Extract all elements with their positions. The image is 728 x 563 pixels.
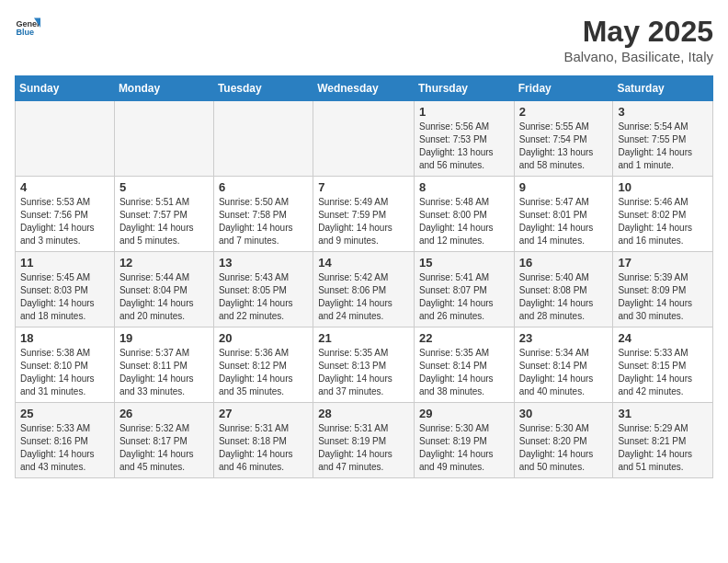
day-info: Sunrise: 5:56 AM Sunset: 7:53 PM Dayligh…	[419, 121, 509, 172]
day-info: Sunrise: 5:35 AM Sunset: 8:13 PM Dayligh…	[318, 347, 409, 398]
logo-icon: General Blue	[15, 15, 40, 40]
day-number: 3	[618, 105, 708, 119]
day-info: Sunrise: 5:46 AM Sunset: 8:02 PM Dayligh…	[618, 196, 708, 247]
table-row: 26Sunrise: 5:32 AM Sunset: 8:17 PM Dayli…	[114, 403, 213, 478]
day-number: 5	[119, 180, 209, 194]
day-info: Sunrise: 5:50 AM Sunset: 7:58 PM Dayligh…	[219, 196, 308, 247]
table-row: 11Sunrise: 5:45 AM Sunset: 8:03 PM Dayli…	[16, 252, 115, 327]
table-row: 8Sunrise: 5:48 AM Sunset: 8:00 PM Daylig…	[414, 177, 514, 252]
day-info: Sunrise: 5:33 AM Sunset: 8:15 PM Dayligh…	[618, 347, 708, 398]
table-row: 25Sunrise: 5:33 AM Sunset: 8:16 PM Dayli…	[16, 403, 115, 478]
table-row: 4Sunrise: 5:53 AM Sunset: 7:56 PM Daylig…	[16, 177, 115, 252]
day-number: 30	[519, 407, 609, 420]
page-header: General Blue May 2025 Balvano, Basilicat…	[15, 15, 713, 64]
day-number: 28	[318, 407, 409, 420]
weekday-header-row: Sunday Monday Tuesday Wednesday Thursday…	[16, 76, 713, 101]
day-info: Sunrise: 5:43 AM Sunset: 8:05 PM Dayligh…	[219, 271, 308, 323]
day-number: 18	[20, 331, 109, 345]
day-number: 17	[618, 256, 708, 270]
svg-text:Blue: Blue	[16, 28, 34, 37]
table-row: 21Sunrise: 5:35 AM Sunset: 8:13 PM Dayli…	[313, 327, 415, 403]
table-row: 10Sunrise: 5:46 AM Sunset: 8:02 PM Dayli…	[613, 177, 713, 252]
table-row: 15Sunrise: 5:41 AM Sunset: 8:07 PM Dayli…	[414, 252, 514, 327]
day-info: Sunrise: 5:29 AM Sunset: 8:21 PM Dayligh…	[618, 422, 708, 474]
table-row: 16Sunrise: 5:40 AM Sunset: 8:08 PM Dayli…	[514, 252, 613, 327]
day-info: Sunrise: 5:33 AM Sunset: 8:16 PM Dayligh…	[20, 422, 109, 474]
table-row: 14Sunrise: 5:42 AM Sunset: 8:06 PM Dayli…	[313, 252, 415, 327]
day-info: Sunrise: 5:35 AM Sunset: 8:14 PM Dayligh…	[419, 347, 509, 398]
table-row: 18Sunrise: 5:38 AM Sunset: 8:10 PM Dayli…	[16, 327, 115, 403]
day-number: 4	[20, 180, 109, 194]
day-info: Sunrise: 5:55 AM Sunset: 7:54 PM Dayligh…	[519, 121, 609, 172]
day-info: Sunrise: 5:30 AM Sunset: 8:19 PM Dayligh…	[419, 422, 509, 474]
day-info: Sunrise: 5:38 AM Sunset: 8:10 PM Dayligh…	[20, 347, 109, 398]
header-saturday: Saturday	[613, 76, 713, 101]
day-number: 20	[219, 331, 308, 345]
day-info: Sunrise: 5:45 AM Sunset: 8:03 PM Dayligh…	[20, 271, 109, 323]
calendar-table: Sunday Monday Tuesday Wednesday Thursday…	[15, 75, 713, 478]
table-row: 28Sunrise: 5:31 AM Sunset: 8:19 PM Dayli…	[313, 403, 415, 478]
table-row: 29Sunrise: 5:30 AM Sunset: 8:19 PM Dayli…	[414, 403, 514, 478]
day-info: Sunrise: 5:32 AM Sunset: 8:17 PM Dayligh…	[119, 422, 209, 474]
header-thursday: Thursday	[414, 76, 514, 101]
day-number: 25	[20, 407, 109, 420]
day-number: 27	[219, 407, 308, 420]
day-info: Sunrise: 5:39 AM Sunset: 8:09 PM Dayligh…	[618, 271, 708, 323]
table-row	[114, 101, 213, 177]
day-number: 31	[618, 407, 708, 420]
table-row	[313, 101, 415, 177]
calendar-subtitle: Balvano, Basilicate, Italy	[563, 49, 713, 64]
title-block: May 2025 Balvano, Basilicate, Italy	[563, 15, 713, 64]
day-info: Sunrise: 5:49 AM Sunset: 7:59 PM Dayligh…	[318, 196, 409, 247]
day-number: 2	[519, 105, 609, 119]
table-row: 6Sunrise: 5:50 AM Sunset: 7:58 PM Daylig…	[213, 177, 313, 252]
day-number: 1	[419, 105, 509, 119]
table-row: 31Sunrise: 5:29 AM Sunset: 8:21 PM Dayli…	[613, 403, 713, 478]
day-info: Sunrise: 5:53 AM Sunset: 7:56 PM Dayligh…	[20, 196, 109, 247]
calendar-week-row: 11Sunrise: 5:45 AM Sunset: 8:03 PM Dayli…	[16, 252, 713, 327]
day-info: Sunrise: 5:48 AM Sunset: 8:00 PM Dayligh…	[419, 196, 509, 247]
table-row: 24Sunrise: 5:33 AM Sunset: 8:15 PM Dayli…	[613, 327, 713, 403]
table-row: 27Sunrise: 5:31 AM Sunset: 8:18 PM Dayli…	[213, 403, 313, 478]
day-number: 19	[119, 331, 209, 345]
day-info: Sunrise: 5:42 AM Sunset: 8:06 PM Dayligh…	[318, 271, 409, 323]
day-number: 23	[519, 331, 609, 345]
header-monday: Monday	[114, 76, 213, 101]
day-info: Sunrise: 5:34 AM Sunset: 8:14 PM Dayligh…	[519, 347, 609, 398]
day-number: 6	[219, 180, 308, 194]
table-row: 23Sunrise: 5:34 AM Sunset: 8:14 PM Dayli…	[514, 327, 613, 403]
day-info: Sunrise: 5:36 AM Sunset: 8:12 PM Dayligh…	[219, 347, 308, 398]
table-row: 2Sunrise: 5:55 AM Sunset: 7:54 PM Daylig…	[514, 101, 613, 177]
day-info: Sunrise: 5:31 AM Sunset: 8:18 PM Dayligh…	[219, 422, 308, 474]
day-info: Sunrise: 5:47 AM Sunset: 8:01 PM Dayligh…	[519, 196, 609, 247]
table-row	[16, 101, 115, 177]
day-number: 12	[119, 256, 209, 270]
logo: General Blue	[15, 15, 40, 40]
header-friday: Friday	[514, 76, 613, 101]
table-row: 19Sunrise: 5:37 AM Sunset: 8:11 PM Dayli…	[114, 327, 213, 403]
day-number: 10	[618, 180, 708, 194]
table-row: 9Sunrise: 5:47 AM Sunset: 8:01 PM Daylig…	[514, 177, 613, 252]
header-wednesday: Wednesday	[313, 76, 415, 101]
calendar-week-row: 4Sunrise: 5:53 AM Sunset: 7:56 PM Daylig…	[16, 177, 713, 252]
day-number: 11	[20, 256, 109, 270]
day-info: Sunrise: 5:37 AM Sunset: 8:11 PM Dayligh…	[119, 347, 209, 398]
table-row: 1Sunrise: 5:56 AM Sunset: 7:53 PM Daylig…	[414, 101, 514, 177]
table-row: 30Sunrise: 5:30 AM Sunset: 8:20 PM Dayli…	[514, 403, 613, 478]
day-info: Sunrise: 5:51 AM Sunset: 7:57 PM Dayligh…	[119, 196, 209, 247]
day-number: 26	[119, 407, 209, 420]
day-number: 21	[318, 331, 409, 345]
table-row: 12Sunrise: 5:44 AM Sunset: 8:04 PM Dayli…	[114, 252, 213, 327]
calendar-title: May 2025	[563, 15, 713, 49]
day-number: 8	[419, 180, 509, 194]
table-row: 3Sunrise: 5:54 AM Sunset: 7:55 PM Daylig…	[613, 101, 713, 177]
day-info: Sunrise: 5:54 AM Sunset: 7:55 PM Dayligh…	[618, 121, 708, 172]
table-row: 7Sunrise: 5:49 AM Sunset: 7:59 PM Daylig…	[313, 177, 415, 252]
day-number: 15	[419, 256, 509, 270]
table-row: 5Sunrise: 5:51 AM Sunset: 7:57 PM Daylig…	[114, 177, 213, 252]
header-sunday: Sunday	[16, 76, 115, 101]
header-tuesday: Tuesday	[213, 76, 313, 101]
table-row: 17Sunrise: 5:39 AM Sunset: 8:09 PM Dayli…	[613, 252, 713, 327]
day-number: 14	[318, 256, 409, 270]
day-number: 16	[519, 256, 609, 270]
